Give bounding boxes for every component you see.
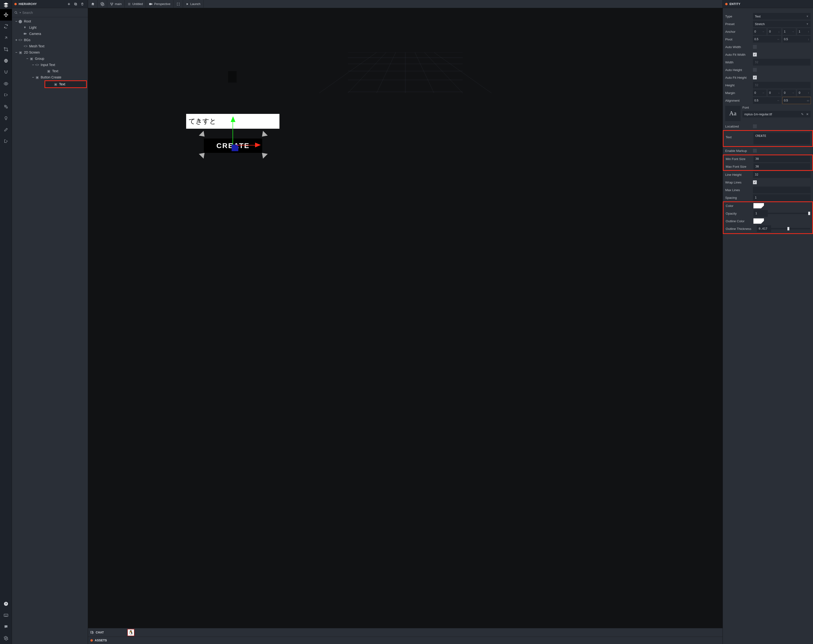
tree-node-buttoncreate[interactable]: − ▣ Button Create xyxy=(12,74,88,80)
anchor-right-input[interactable]: 1→ xyxy=(782,28,796,35)
feedback-button[interactable] xyxy=(0,621,12,633)
add-entity-button[interactable] xyxy=(66,1,72,7)
keyboard-button[interactable] xyxy=(0,610,12,621)
fullscreen-button[interactable] xyxy=(173,0,183,8)
tree-node-2dscreen[interactable]: − ▣ 2D Screen xyxy=(12,49,88,55)
margin-top-input[interactable]: 0↑ xyxy=(797,89,811,96)
launch-button[interactable]: Launch xyxy=(183,0,204,8)
entity-panel: ENTITY Type Text▼ Preset Stretch▼ Anchor… xyxy=(722,0,813,644)
tree-node-bgs[interactable]: + <> BGs xyxy=(12,37,88,43)
gizmo-x-axis[interactable] xyxy=(236,145,256,146)
margin-left-input[interactable]: 0← xyxy=(753,89,766,96)
enablemarkup-checkbox[interactable] xyxy=(753,149,757,153)
collapse-icon[interactable]: − xyxy=(31,75,35,79)
duplicate-button[interactable] xyxy=(72,1,79,7)
autowidth-checkbox[interactable] xyxy=(753,45,757,49)
tool-world[interactable] xyxy=(0,55,12,66)
tool-link[interactable] xyxy=(0,101,12,112)
tool-snap[interactable] xyxy=(0,66,12,78)
anchor-top-input[interactable]: 1↑ xyxy=(797,28,811,35)
text-textarea[interactable]: CREATE xyxy=(753,132,810,144)
assets-tab[interactable]: ASSETS xyxy=(88,637,722,644)
tree-node-light[interactable]: · Light xyxy=(12,25,88,31)
tool-scale[interactable] xyxy=(0,32,12,43)
alignment-y-input[interactable]: 0.5▭ xyxy=(782,97,811,104)
autoheight-checkbox[interactable] xyxy=(753,68,757,72)
tree-node-text2[interactable]: · ▣ Text xyxy=(45,81,86,87)
tool-resize[interactable] xyxy=(0,43,12,55)
gizmo-center[interactable] xyxy=(232,144,238,151)
branch-selector[interactable]: main xyxy=(107,0,125,8)
maxlines-input[interactable] xyxy=(753,187,811,193)
outlinethickness-input[interactable]: 0.417 xyxy=(757,225,771,232)
tree-node-meshtext[interactable]: · <> Mesh Text xyxy=(12,43,88,49)
spacing-input[interactable]: 1 xyxy=(753,194,811,201)
wraplines-checkbox[interactable]: ✓ xyxy=(753,180,757,184)
width-input[interactable]: 32 xyxy=(753,59,811,66)
color-picker[interactable] xyxy=(753,203,764,209)
tool-rotate[interactable] xyxy=(0,21,12,32)
autofitheight-checkbox[interactable]: ✓ xyxy=(753,75,757,80)
delete-button[interactable] xyxy=(79,1,86,7)
collapse-icon[interactable]: − xyxy=(14,19,18,23)
tool-lightbulb[interactable] xyxy=(0,112,12,124)
opacity-slider[interactable] xyxy=(768,213,810,214)
close-icon[interactable]: ✕ xyxy=(806,112,809,116)
minfont-input[interactable]: 38 xyxy=(753,155,810,162)
scene-selector[interactable]: Untitled xyxy=(125,0,146,8)
outlinethickness-slider[interactable] xyxy=(771,228,810,229)
svg-rect-3 xyxy=(5,105,6,106)
prop-maxlines: Max Lines xyxy=(723,186,813,194)
tool-move[interactable] xyxy=(0,9,12,21)
tree-node-group[interactable]: − ▣ Group xyxy=(12,55,88,62)
help-button[interactable]: ? xyxy=(0,598,12,610)
expand-icon[interactable]: + xyxy=(14,38,18,42)
alignment-x-input[interactable]: 0.5↔ xyxy=(753,97,781,104)
margin-right-input[interactable]: 0→ xyxy=(782,89,796,96)
tree-node-camera[interactable]: · Camera xyxy=(12,31,88,37)
tool-visibility[interactable] xyxy=(0,78,12,89)
collapse-icon[interactable]: − xyxy=(31,63,35,67)
svg-rect-9 xyxy=(75,3,77,5)
type-select[interactable]: Text▼ xyxy=(753,13,811,20)
camera-mode-selector[interactable]: Perspective xyxy=(146,0,173,8)
search-caret-icon[interactable]: ▾ xyxy=(20,11,21,14)
gizmo-x-arrow[interactable] xyxy=(255,143,261,147)
gizmo-y-arrow[interactable] xyxy=(231,116,235,122)
home-button[interactable] xyxy=(88,0,98,8)
edit-icon[interactable]: ✎ xyxy=(801,112,804,116)
lineheight-input[interactable]: 32 xyxy=(753,171,811,178)
outlinecolor-picker[interactable] xyxy=(753,218,764,224)
margin-bottom-input[interactable]: 0↓ xyxy=(768,89,781,96)
font-asset[interactable]: mplus-1m-regular.ttf ✎ ✕ xyxy=(742,111,811,118)
settings-gear-button[interactable] xyxy=(98,0,107,8)
resize-handle-tl[interactable] xyxy=(199,131,207,139)
pivot-x-input[interactable]: 0.5↔ xyxy=(753,36,781,43)
settings-button[interactable] xyxy=(0,633,12,644)
tool-focus[interactable] xyxy=(0,89,12,101)
pivot-y-input[interactable]: 0.5↕ xyxy=(782,36,811,43)
autofitwidth-checkbox[interactable]: ✓ xyxy=(753,53,757,57)
tree-node-inputtext[interactable]: − <> Input Text xyxy=(12,62,88,68)
maxfont-input[interactable]: 38 xyxy=(753,163,810,170)
tree-node-text1[interactable]: · ▣ Text xyxy=(12,68,88,74)
search-input[interactable] xyxy=(22,11,86,15)
collapse-icon[interactable]: − xyxy=(14,51,18,54)
svg-rect-17 xyxy=(149,3,152,5)
collapse-icon[interactable]: − xyxy=(25,57,29,61)
viewport[interactable]: てきすと CREATE xyxy=(88,8,722,628)
preset-select[interactable]: Stretch▼ xyxy=(753,21,811,27)
resize-handle-tr[interactable] xyxy=(259,131,268,139)
anchor-left-input[interactable]: 0← xyxy=(753,28,766,35)
light-icon xyxy=(23,26,28,29)
localized-checkbox[interactable] xyxy=(753,124,757,128)
gizmo-y-axis[interactable] xyxy=(233,122,233,145)
opacity-input[interactable]: 1 xyxy=(753,210,768,217)
tool-edit[interactable] xyxy=(0,124,12,135)
anchor-bottom-input[interactable]: 0↓ xyxy=(768,28,781,35)
tree-node-root[interactable]: − ⬤ Root xyxy=(12,18,88,25)
chat-tab[interactable]: CHAT 🐧 xyxy=(88,628,722,637)
tool-publish[interactable] xyxy=(0,135,12,147)
height-input[interactable]: 32 xyxy=(753,82,811,89)
user-avatar[interactable]: 🐧 xyxy=(127,629,135,636)
